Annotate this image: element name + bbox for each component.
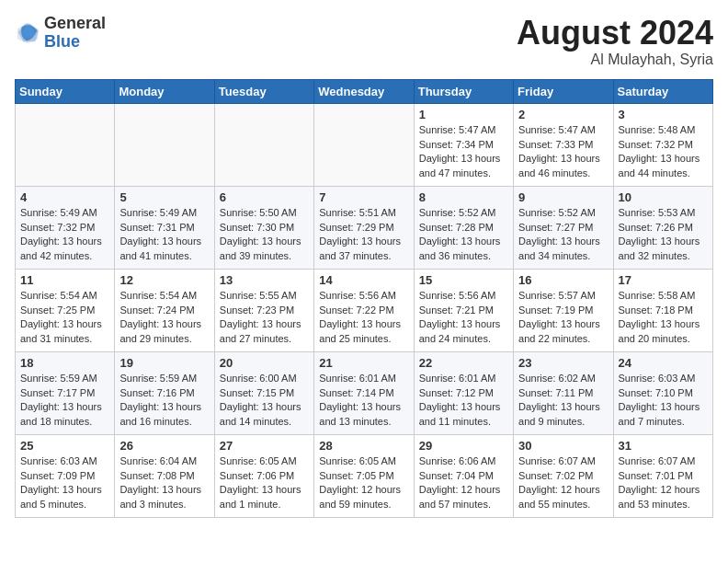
title-block: August 2024 Al Mulayhah, Syria — [517, 15, 713, 68]
logo-text: General Blue — [44, 15, 106, 52]
day-info: Sunrise: 6:02 AM Sunset: 7:11 PM Dayligh… — [518, 372, 608, 431]
day-info: Sunrise: 5:48 AM Sunset: 7:32 PM Dayligh… — [619, 123, 708, 182]
logo-general: General — [44, 15, 106, 33]
day-number: 12 — [119, 273, 209, 287]
day-info: Sunrise: 5:51 AM Sunset: 7:29 PM Dayligh… — [319, 206, 408, 265]
calendar-cell: 15Sunrise: 5:56 AM Sunset: 7:21 PM Dayli… — [414, 269, 513, 351]
calendar-cell: 13Sunrise: 5:55 AM Sunset: 7:23 PM Dayli… — [214, 269, 313, 351]
day-info: Sunrise: 5:57 AM Sunset: 7:19 PM Dayligh… — [518, 289, 608, 348]
calendar-cell: 19Sunrise: 5:59 AM Sunset: 7:16 PM Dayli… — [115, 351, 214, 434]
day-number: 22 — [419, 356, 508, 370]
logo: General Blue — [15, 15, 106, 52]
day-info: Sunrise: 5:56 AM Sunset: 7:21 PM Dayligh… — [419, 289, 508, 348]
day-number: 7 — [319, 190, 408, 204]
day-number: 23 — [518, 356, 608, 370]
calendar-cell — [16, 103, 115, 186]
calendar-cell: 8Sunrise: 5:52 AM Sunset: 7:28 PM Daylig… — [414, 186, 513, 269]
calendar-cell: 12Sunrise: 5:54 AM Sunset: 7:24 PM Dayli… — [115, 269, 214, 351]
day-info: Sunrise: 5:59 AM Sunset: 7:16 PM Dayligh… — [119, 372, 209, 431]
day-info: Sunrise: 5:52 AM Sunset: 7:28 PM Dayligh… — [419, 206, 508, 265]
calendar-cell — [214, 103, 313, 186]
weekday-header-row: SundayMondayTuesdayWednesdayThursdayFrid… — [16, 79, 713, 103]
day-number: 27 — [220, 439, 309, 453]
calendar-cell: 2Sunrise: 5:47 AM Sunset: 7:33 PM Daylig… — [514, 103, 613, 186]
day-number: 24 — [619, 356, 708, 370]
month-year: August 2024 — [517, 15, 713, 52]
day-number: 8 — [419, 190, 508, 204]
day-info: Sunrise: 5:47 AM Sunset: 7:34 PM Dayligh… — [419, 123, 508, 182]
calendar-cell: 25Sunrise: 6:03 AM Sunset: 7:09 PM Dayli… — [16, 434, 115, 517]
day-info: Sunrise: 5:53 AM Sunset: 7:26 PM Dayligh… — [619, 206, 708, 265]
calendar-week-row: 4Sunrise: 5:49 AM Sunset: 7:32 PM Daylig… — [16, 186, 713, 269]
day-number: 29 — [419, 439, 508, 453]
day-number: 13 — [220, 273, 309, 287]
day-info: Sunrise: 6:05 AM Sunset: 7:06 PM Dayligh… — [220, 454, 309, 513]
day-number: 3 — [619, 108, 708, 121]
weekday-header: Thursday — [414, 79, 513, 103]
calendar-cell: 5Sunrise: 5:49 AM Sunset: 7:31 PM Daylig… — [115, 186, 214, 269]
day-info: Sunrise: 6:03 AM Sunset: 7:09 PM Dayligh… — [20, 454, 109, 513]
weekday-header: Saturday — [613, 79, 712, 103]
calendar-cell: 30Sunrise: 6:07 AM Sunset: 7:02 PM Dayli… — [514, 434, 613, 517]
calendar-cell: 29Sunrise: 6:06 AM Sunset: 7:04 PM Dayli… — [414, 434, 513, 517]
day-number: 15 — [419, 273, 508, 287]
day-number: 17 — [619, 273, 708, 287]
calendar-cell: 9Sunrise: 5:52 AM Sunset: 7:27 PM Daylig… — [514, 186, 613, 269]
calendar-cell: 7Sunrise: 5:51 AM Sunset: 7:29 PM Daylig… — [314, 186, 414, 269]
calendar-cell: 22Sunrise: 6:01 AM Sunset: 7:12 PM Dayli… — [414, 351, 513, 434]
day-info: Sunrise: 6:03 AM Sunset: 7:10 PM Dayligh… — [619, 372, 708, 431]
day-info: Sunrise: 5:52 AM Sunset: 7:27 PM Dayligh… — [518, 206, 608, 265]
day-info: Sunrise: 6:00 AM Sunset: 7:15 PM Dayligh… — [220, 372, 309, 431]
day-info: Sunrise: 5:49 AM Sunset: 7:31 PM Dayligh… — [119, 206, 209, 265]
calendar-table: SundayMondayTuesdayWednesdayThursdayFrid… — [15, 79, 713, 518]
calendar-cell: 4Sunrise: 5:49 AM Sunset: 7:32 PM Daylig… — [16, 186, 115, 269]
day-number: 19 — [119, 356, 209, 370]
calendar-cell: 24Sunrise: 6:03 AM Sunset: 7:10 PM Dayli… — [613, 351, 712, 434]
calendar-cell: 10Sunrise: 5:53 AM Sunset: 7:26 PM Dayli… — [613, 186, 712, 269]
page-header: General Blue August 2024 Al Mulayhah, Sy… — [15, 15, 713, 68]
calendar-cell: 11Sunrise: 5:54 AM Sunset: 7:25 PM Dayli… — [16, 269, 115, 351]
calendar-cell: 17Sunrise: 5:58 AM Sunset: 7:18 PM Dayli… — [613, 269, 712, 351]
day-number: 25 — [20, 439, 109, 453]
calendar-cell — [115, 103, 214, 186]
day-number: 30 — [518, 439, 608, 453]
calendar-cell: 18Sunrise: 5:59 AM Sunset: 7:17 PM Dayli… — [16, 351, 115, 434]
calendar-week-row: 25Sunrise: 6:03 AM Sunset: 7:09 PM Dayli… — [16, 434, 713, 517]
location: Al Mulayhah, Syria — [517, 52, 713, 68]
day-number: 4 — [20, 190, 109, 204]
day-info: Sunrise: 5:55 AM Sunset: 7:23 PM Dayligh… — [220, 289, 309, 348]
day-info: Sunrise: 6:05 AM Sunset: 7:05 PM Dayligh… — [319, 454, 408, 513]
day-number: 1 — [419, 108, 508, 121]
calendar-cell: 1Sunrise: 5:47 AM Sunset: 7:34 PM Daylig… — [414, 103, 513, 186]
calendar-cell — [314, 103, 414, 186]
weekday-header: Sunday — [16, 79, 115, 103]
day-info: Sunrise: 6:07 AM Sunset: 7:01 PM Dayligh… — [619, 454, 708, 513]
day-number: 11 — [20, 273, 109, 287]
day-number: 26 — [119, 439, 209, 453]
day-number: 14 — [319, 273, 408, 287]
calendar-cell: 31Sunrise: 6:07 AM Sunset: 7:01 PM Dayli… — [613, 434, 712, 517]
day-number: 28 — [319, 439, 408, 453]
calendar-cell: 14Sunrise: 5:56 AM Sunset: 7:22 PM Dayli… — [314, 269, 414, 351]
day-number: 21 — [319, 356, 408, 370]
day-info: Sunrise: 5:47 AM Sunset: 7:33 PM Dayligh… — [518, 123, 608, 182]
logo-blue: Blue — [44, 33, 106, 52]
calendar-week-row: 18Sunrise: 5:59 AM Sunset: 7:17 PM Dayli… — [16, 351, 713, 434]
day-info: Sunrise: 5:59 AM Sunset: 7:17 PM Dayligh… — [20, 372, 109, 431]
day-number: 2 — [518, 108, 608, 121]
weekday-header: Wednesday — [314, 79, 414, 103]
calendar-cell: 23Sunrise: 6:02 AM Sunset: 7:11 PM Dayli… — [514, 351, 613, 434]
calendar-cell: 26Sunrise: 6:04 AM Sunset: 7:08 PM Dayli… — [115, 434, 214, 517]
day-number: 5 — [119, 190, 209, 204]
calendar-cell: 6Sunrise: 5:50 AM Sunset: 7:30 PM Daylig… — [214, 186, 313, 269]
day-info: Sunrise: 5:49 AM Sunset: 7:32 PM Dayligh… — [20, 206, 109, 265]
calendar-cell: 16Sunrise: 5:57 AM Sunset: 7:19 PM Dayli… — [514, 269, 613, 351]
calendar-cell: 3Sunrise: 5:48 AM Sunset: 7:32 PM Daylig… — [613, 103, 712, 186]
day-number: 16 — [518, 273, 608, 287]
day-info: Sunrise: 6:01 AM Sunset: 7:12 PM Dayligh… — [419, 372, 508, 431]
logo-icon — [15, 20, 40, 46]
day-info: Sunrise: 6:07 AM Sunset: 7:02 PM Dayligh… — [518, 454, 608, 513]
day-number: 20 — [220, 356, 309, 370]
day-info: Sunrise: 6:04 AM Sunset: 7:08 PM Dayligh… — [119, 454, 209, 513]
weekday-header: Friday — [514, 79, 613, 103]
